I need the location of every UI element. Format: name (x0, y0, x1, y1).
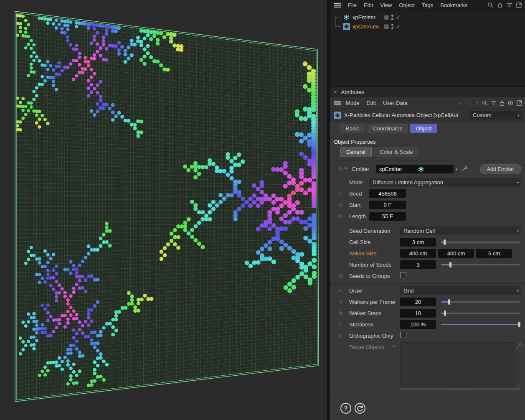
row-length: ◇ Length 55 F (330, 211, 525, 222)
filter-icon[interactable] (491, 101, 496, 105)
layer-chip[interactable] (384, 24, 389, 29)
close-icon[interactable]: × (334, 89, 337, 95)
chevron-down-icon: ▾ (517, 289, 521, 293)
search-icon[interactable] (482, 100, 487, 106)
keyframe-diamond[interactable]: ◇ (339, 299, 342, 304)
field-label: Seed Generation (349, 228, 390, 234)
seed-input[interactable]: 456508 (369, 189, 406, 198)
expand-arrow[interactable]: > (393, 344, 395, 349)
lock-icon[interactable] (500, 100, 505, 106)
target-objects-list[interactable] (400, 342, 515, 387)
filter-icon[interactable] (507, 3, 512, 8)
object-label[interactable]: xpEmitter (353, 14, 383, 20)
tab-general[interactable]: General (340, 147, 372, 157)
length-input[interactable]: 55 F (369, 212, 406, 221)
hamburger-menu-icon[interactable] (334, 3, 341, 8)
walkers-per-frame-slider[interactable] (441, 299, 520, 305)
cell-size-slider[interactable] (441, 239, 520, 245)
horizontal-scrollbar[interactable]: ······ (400, 388, 520, 390)
visibility-dots[interactable] (391, 15, 393, 20)
keyframe-diamond[interactable]: ◇ (339, 202, 342, 207)
start-input[interactable]: 0 F (369, 201, 406, 209)
emitter-link-field[interactable]: xpEmitter (376, 165, 454, 173)
om-menu-object[interactable]: Object (399, 2, 415, 8)
object-row-xpemitter[interactable]: xpEmitter ✓ (330, 13, 525, 22)
reset-refresh-icon[interactable] (354, 402, 366, 414)
keyframe-diamond[interactable]: ◇ (339, 288, 342, 293)
hamburger-menu-icon[interactable] (334, 100, 341, 106)
xpcellauto-icon[interactable] (343, 23, 350, 30)
attr-menu-mode[interactable]: Mode (346, 100, 360, 106)
layer-chip[interactable] (384, 15, 389, 20)
keyframe-diamond[interactable]: ◇ (339, 333, 342, 338)
om-menu-file[interactable]: File (348, 2, 357, 8)
om-menu-view[interactable]: View (380, 2, 392, 8)
eyedropper-icon[interactable] (515, 343, 522, 349)
keyframe-diamond[interactable]: ◇ (339, 191, 342, 196)
target-icon[interactable] (508, 100, 513, 106)
back-arrow-icon[interactable]: ← (457, 99, 463, 106)
field-label: Seeds to Groups (349, 273, 390, 279)
chevron-down-icon[interactable]: ▾ (454, 167, 458, 171)
3d-viewport[interactable] (0, 0, 327, 420)
keyframe-diamond[interactable]: ◇ (339, 310, 342, 316)
seeds-to-groups-checkbox[interactable] (400, 272, 406, 278)
solver-size-y-input[interactable]: 400 cm (438, 249, 474, 258)
forward-arrow-icon[interactable]: → (467, 99, 472, 106)
om-menu-tags[interactable]: Tags (422, 2, 433, 8)
number-of-seeds-slider[interactable] (441, 262, 520, 267)
row-orthographic-only: ◇ Orthographic Only (330, 330, 525, 341)
row-walker-steps: ◇ Walker Steps 10 (330, 308, 525, 319)
orthographic-only-checkbox[interactable] (400, 332, 406, 338)
tab-coordinates[interactable]: Coordinates (367, 124, 408, 133)
object-row-xpcellauto[interactable]: xpCellAuto ✓ (330, 22, 525, 31)
popout-icon[interactable] (516, 3, 522, 8)
chevron-down-icon: ▾ (517, 229, 521, 233)
om-menu-edit[interactable]: Edit (364, 2, 373, 8)
solver-size-x-input[interactable]: 400 cm (400, 249, 436, 258)
popout-icon[interactable] (517, 100, 522, 106)
field-label: Orthographic Only (349, 333, 393, 339)
right-panel: File Edit View Object Tags Bookmarks (330, 0, 525, 420)
keyframe-diamond[interactable]: ◇ (339, 321, 342, 327)
expand-arrow[interactable]: > (345, 165, 347, 171)
object-label[interactable]: xpCellAuto (353, 23, 383, 30)
enabled-checkmark[interactable]: ✓ (396, 14, 401, 20)
tab-color-scale[interactable]: Color & Scale (374, 147, 418, 157)
panel-splitter[interactable] (327, 0, 330, 420)
keyframe-diamond[interactable]: ◇ (339, 166, 342, 171)
field-label: Walker Steps (349, 310, 381, 316)
number-of-seeds-input[interactable]: 3 (400, 260, 436, 269)
cell-size-input[interactable]: 3 cm (400, 238, 436, 247)
row-walkers-per-frame: ◇ Walkers per Frame 20 (330, 296, 525, 308)
om-menu-bookmarks[interactable]: Bookmarks (440, 2, 467, 8)
seed-generation-dropdown[interactable]: Random Cell▾ (400, 227, 521, 235)
keyframe-diamond[interactable]: ◇ (339, 213, 342, 219)
eyedropper-icon[interactable] (461, 166, 467, 173)
row-stickiness: ◇ Stickiness 100 % (330, 319, 525, 330)
walkers-per-frame-input[interactable]: 20 (400, 298, 436, 306)
viewport-canvas (0, 0, 327, 420)
attr-menu-userdata[interactable]: User Data (383, 100, 408, 106)
search-icon[interactable] (487, 2, 493, 8)
visibility-dots[interactable] (391, 24, 393, 29)
add-emitter-button[interactable]: Add Emitter (480, 164, 521, 174)
mode-dropdown[interactable]: Diffusion Limited Aggregation▾ (369, 178, 521, 187)
help-icon[interactable]: ? (340, 402, 352, 414)
attr-menu-edit[interactable]: Edit (367, 100, 376, 106)
solver-size-z-input[interactable]: 5 cm (476, 249, 512, 258)
keyframe-diamond[interactable]: ◇ (339, 273, 342, 278)
tab-basic[interactable]: Basic (340, 124, 365, 133)
up-arrow-icon[interactable]: ↑ (476, 99, 479, 106)
xpemitter-icon[interactable] (343, 14, 350, 21)
enabled-checkmark[interactable]: ✓ (396, 23, 401, 29)
preset-dropdown[interactable]: Custom (469, 111, 515, 120)
home-icon[interactable] (497, 2, 503, 8)
preset-dropdown-arrow[interactable]: ▾ (515, 111, 522, 120)
walker-steps-input[interactable]: 10 (400, 309, 436, 318)
walker-steps-slider[interactable] (441, 311, 520, 316)
stickiness-slider[interactable] (441, 322, 520, 327)
tab-object[interactable]: Object (410, 124, 438, 133)
draw-dropdown[interactable]: Grid▾ (400, 286, 521, 295)
stickiness-input[interactable]: 100 % (400, 320, 436, 329)
